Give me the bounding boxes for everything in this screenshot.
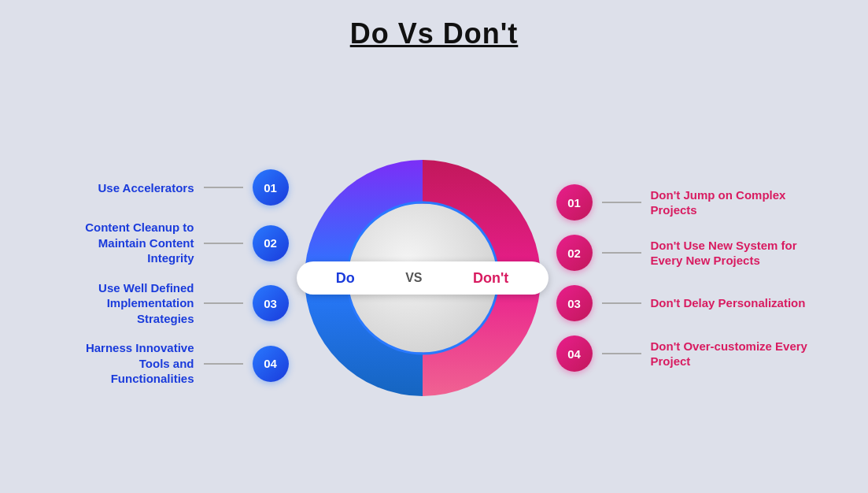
do-badge-4: 04 bbox=[253, 346, 289, 382]
dont-badge-2: 02 bbox=[556, 235, 593, 271]
connector-right-3 bbox=[602, 302, 641, 304]
dont-item-2: 02 Don't Use New System for Every New Pr… bbox=[556, 235, 808, 271]
do-item-3: Use Well Defined Implementation Strategi… bbox=[61, 280, 289, 327]
do-item-4: Harness Innovative Tools and Functionali… bbox=[61, 340, 289, 387]
do-item-2: Content Cleanup to Maintain Content Inte… bbox=[61, 220, 289, 266]
dont-item-text-2: Don't Use New System for Every New Proje… bbox=[651, 238, 808, 269]
dont-item-1: 01 Don't Jump on Complex Projects bbox=[556, 184, 808, 221]
do-item-text-3: Use Well Defined Implementation Strategi… bbox=[61, 280, 194, 327]
do-item-text-4: Harness Innovative Tools and Functionali… bbox=[61, 340, 194, 387]
dont-badge-3: 03 bbox=[556, 285, 593, 321]
connector-left-2 bbox=[204, 243, 243, 244]
center-diagram: Do VS Don't bbox=[305, 160, 541, 396]
do-item-text-2: Content Cleanup to Maintain Content Inte… bbox=[61, 220, 194, 266]
dont-item-text-3: Don't Delay Personalization bbox=[651, 295, 806, 311]
do-item-1: Use Accelerators 01 bbox=[98, 169, 288, 206]
dont-item-text-4: Don't Over-customize Every Project bbox=[651, 339, 808, 369]
page-title: Do Vs Don't bbox=[0, 0, 868, 50]
connector-right-4 bbox=[602, 353, 641, 354]
connector-left-1 bbox=[204, 187, 243, 188]
do-badge-3: 03 bbox=[253, 285, 289, 321]
vs-label: VS bbox=[405, 271, 422, 285]
connector-left-4 bbox=[204, 363, 243, 365]
do-badge-2: 02 bbox=[253, 225, 289, 261]
main-content: Use Accelerators 01 Content Cleanup to M… bbox=[0, 63, 868, 493]
dont-item-3: 03 Don't Delay Personalization bbox=[556, 285, 806, 321]
do-list: Use Accelerators 01 Content Cleanup to M… bbox=[61, 169, 289, 387]
dont-label: Don't bbox=[473, 270, 508, 287]
dont-badge-1: 01 bbox=[556, 184, 593, 221]
do-label: Do bbox=[336, 270, 355, 287]
do-item-text-1: Use Accelerators bbox=[98, 180, 194, 196]
dont-item-text-1: Don't Jump on Complex Projects bbox=[651, 187, 808, 218]
connector-right-2 bbox=[602, 252, 641, 254]
connector-left-3 bbox=[204, 302, 243, 304]
do-badge-1: 01 bbox=[253, 169, 289, 206]
vs-banner: Do VS Don't bbox=[297, 261, 549, 295]
dont-list: 01 Don't Jump on Complex Projects 02 Don… bbox=[556, 184, 808, 372]
dont-item-4: 04 Don't Over-customize Every Project bbox=[556, 335, 808, 372]
connector-right-1 bbox=[602, 202, 641, 203]
dont-badge-4: 04 bbox=[556, 335, 593, 372]
